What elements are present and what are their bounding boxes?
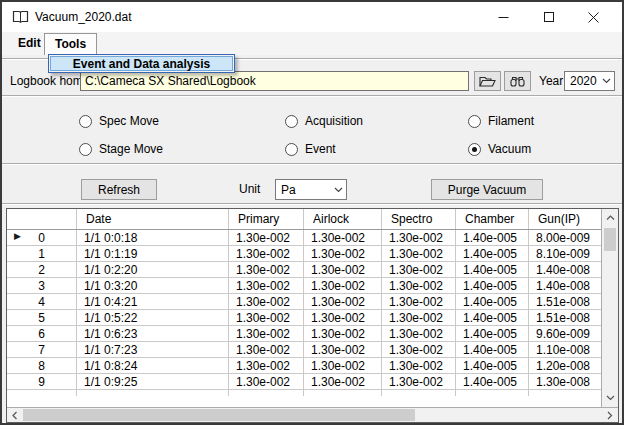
data-cell[interactable]: 1.40e-008 xyxy=(529,262,601,277)
refresh-button[interactable]: Refresh xyxy=(81,179,157,200)
data-cell[interactable]: 1/1 0:8:24 xyxy=(77,358,229,373)
table-row[interactable]: 61/1 0:6:231.30e-0021.30e-0021.30e-0021.… xyxy=(7,326,601,342)
scroll-right-icon[interactable] xyxy=(602,408,618,422)
table-row[interactable]: 21/1 0:2:201.30e-0021.30e-0021.30e-0021.… xyxy=(7,262,601,278)
unit-select[interactable]: Pa xyxy=(275,179,347,200)
data-cell[interactable]: 1.30e-002 xyxy=(229,246,304,261)
row-header-cell[interactable]: 7 xyxy=(7,342,77,357)
vertical-scroll-thumb[interactable] xyxy=(604,228,616,251)
table-row[interactable]: ▶01/1 0:0:181.30e-0021.30e-0021.30e-0021… xyxy=(7,230,601,246)
table-row[interactable]: 41/1 0:4:211.30e-0021.30e-0021.30e-0021.… xyxy=(7,294,601,310)
column-header-rowselector[interactable] xyxy=(7,209,77,229)
data-cell[interactable]: 1.30e-002 xyxy=(229,358,304,373)
scroll-up-icon[interactable] xyxy=(602,210,618,226)
row-header-cell[interactable]: 5 xyxy=(7,310,77,325)
data-cell[interactable]: 1.40e-005 xyxy=(456,342,529,357)
data-cell[interactable]: 1/1 0:3:20 xyxy=(77,278,229,293)
browse-folder-button[interactable] xyxy=(474,71,501,91)
row-header-cell[interactable]: 4 xyxy=(7,294,77,309)
data-cell[interactable]: 1.30e-002 xyxy=(382,374,456,389)
radio-stage-move[interactable]: Stage Move xyxy=(79,142,163,156)
data-cell[interactable]: 9.60e-009 xyxy=(529,326,601,341)
data-cell[interactable]: 1.30e-002 xyxy=(382,246,456,261)
data-cell[interactable]: 1.20e-008 xyxy=(529,358,601,373)
data-cell[interactable]: 1.30e-002 xyxy=(304,294,382,309)
maximize-button[interactable] xyxy=(526,2,571,32)
radio-event[interactable]: Event xyxy=(285,142,336,156)
column-header-date[interactable]: Date xyxy=(77,209,229,229)
data-cell[interactable]: 8.00e-009 xyxy=(529,230,601,245)
radio-filament[interactable]: Filament xyxy=(468,114,534,128)
data-cell[interactable]: 1.30e-002 xyxy=(382,278,456,293)
scroll-down-icon[interactable] xyxy=(602,390,618,406)
data-cell[interactable]: 1.40e-005 xyxy=(456,310,529,325)
vertical-scrollbar[interactable] xyxy=(601,209,618,407)
data-cell[interactable]: 1.40e-005 xyxy=(456,374,529,389)
data-cell[interactable]: 1/1 0:6:23 xyxy=(77,326,229,341)
data-cell[interactable]: 1.40e-005 xyxy=(456,262,529,277)
column-header-spectro[interactable]: Spectro xyxy=(382,209,456,229)
data-cell[interactable]: 1.30e-002 xyxy=(382,262,456,277)
data-cell[interactable]: 1/1 0:0:18 xyxy=(77,230,229,245)
radio-vacuum[interactable]: Vacuum xyxy=(468,142,531,156)
data-cell[interactable]: 1.30e-002 xyxy=(304,310,382,325)
table-row[interactable]: 91/1 0:9:251.30e-0021.30e-0021.30e-0021.… xyxy=(7,374,601,390)
data-cell[interactable]: 1.30e-002 xyxy=(382,342,456,357)
data-cell[interactable]: 1.30e-002 xyxy=(229,278,304,293)
data-cell[interactable]: 1.30e-002 xyxy=(229,310,304,325)
menu-item-event-and-data-analysis[interactable]: Event and Data analysis xyxy=(50,56,233,71)
data-cell[interactable]: 1.30e-002 xyxy=(229,262,304,277)
column-header-gun-ip[interactable]: Gun(IP) xyxy=(529,209,601,229)
logbook-path-field[interactable]: C:\Cameca SX Shared\Logbook xyxy=(80,71,469,91)
row-header-cell[interactable]: 1 xyxy=(7,246,77,261)
row-header-cell[interactable]: 2 xyxy=(7,262,77,277)
table-row[interactable]: 81/1 0:8:241.30e-0021.30e-0021.30e-0021.… xyxy=(7,358,601,374)
data-cell[interactable]: 1.40e-008 xyxy=(529,278,601,293)
column-header-primary[interactable]: Primary xyxy=(229,209,304,229)
table-row[interactable]: 11/1 0:1:191.30e-0021.30e-0021.30e-0021.… xyxy=(7,246,601,262)
data-cell[interactable]: 1.40e-005 xyxy=(456,230,529,245)
data-cell[interactable]: 1.10e-008 xyxy=(529,342,601,357)
data-cell[interactable]: 1.30e-002 xyxy=(304,278,382,293)
row-header-cell[interactable]: 8 xyxy=(7,358,77,373)
horizontal-scrollbar[interactable] xyxy=(7,407,618,422)
data-cell[interactable]: 1.30e-002 xyxy=(304,262,382,277)
data-cell[interactable]: 1.30e-002 xyxy=(229,326,304,341)
data-cell[interactable]: 1/1 0:9:25 xyxy=(77,374,229,389)
scroll-left-icon[interactable] xyxy=(7,408,23,422)
column-header-chamber[interactable]: Chamber xyxy=(456,209,529,229)
minimize-button[interactable] xyxy=(481,2,526,32)
row-header-cell[interactable]: ▶0 xyxy=(7,230,77,245)
data-cell[interactable]: 1.40e-005 xyxy=(456,326,529,341)
data-cell[interactable]: 1.30e-002 xyxy=(304,358,382,373)
data-cell[interactable]: 1.40e-005 xyxy=(456,358,529,373)
horizontal-scroll-thumb[interactable] xyxy=(23,409,415,421)
data-cell[interactable]: 1/1 0:2:20 xyxy=(77,262,229,277)
data-cell[interactable]: 1.30e-002 xyxy=(229,342,304,357)
data-cell[interactable]: 1.40e-005 xyxy=(456,278,529,293)
table-row[interactable]: 71/1 0:7:231.30e-0021.30e-0021.30e-0021.… xyxy=(7,342,601,358)
row-header-cell[interactable]: 6 xyxy=(7,326,77,341)
menu-tools[interactable]: Tools xyxy=(44,33,97,55)
data-cell[interactable]: 1.30e-002 xyxy=(304,374,382,389)
table-row[interactable]: 51/1 0:5:221.30e-0021.30e-0021.30e-0021.… xyxy=(7,310,601,326)
radio-acquisition[interactable]: Acquisition xyxy=(285,114,363,128)
row-header-cell[interactable]: 3 xyxy=(7,278,77,293)
data-cell[interactable]: 1.30e-002 xyxy=(382,294,456,309)
data-cell[interactable]: 1/1 0:5:22 xyxy=(77,310,229,325)
purge-vacuum-button[interactable]: Purge Vacuum xyxy=(431,179,543,200)
data-cell[interactable]: 1.40e-005 xyxy=(456,246,529,261)
row-header-cell[interactable]: 9 xyxy=(7,374,77,389)
data-cell[interactable]: 1.30e-002 xyxy=(382,326,456,341)
data-cell[interactable]: 1.40e-005 xyxy=(456,294,529,309)
search-logbook-button[interactable] xyxy=(504,71,531,91)
data-cell[interactable]: 1.51e-008 xyxy=(529,294,601,309)
data-cell[interactable]: 1.30e-008 xyxy=(529,374,601,389)
table-row[interactable]: 31/1 0:3:201.30e-0021.30e-0021.30e-0021.… xyxy=(7,278,601,294)
data-cell[interactable]: 1.51e-008 xyxy=(529,310,601,325)
data-cell[interactable]: 1/1 0:4:21 xyxy=(77,294,229,309)
radio-spec-move[interactable]: Spec Move xyxy=(79,114,159,128)
data-cell[interactable]: 1.30e-002 xyxy=(229,374,304,389)
close-button[interactable] xyxy=(571,2,616,32)
data-cell[interactable]: 1/1 0:7:23 xyxy=(77,342,229,357)
